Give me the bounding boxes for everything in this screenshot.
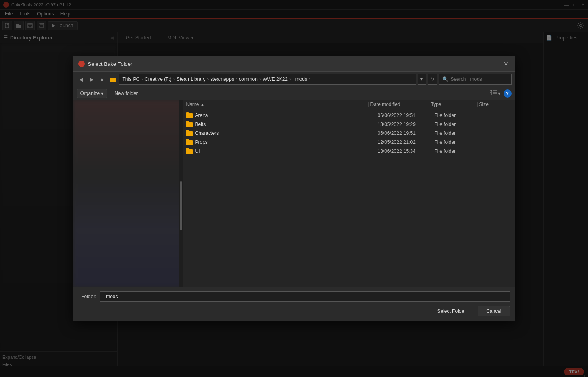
new-folder-button[interactable]: New folder	[110, 89, 142, 98]
column-header-name[interactable]: Name ▲	[186, 102, 367, 107]
folder-icon	[186, 130, 193, 136]
path-steamlibrary[interactable]: SteamLibrary	[177, 76, 205, 82]
file-name: Characters	[195, 130, 378, 136]
path-this-pc[interactable]: This PC	[123, 76, 140, 82]
file-type: File folder	[435, 139, 479, 145]
file-name: Belts	[195, 121, 378, 127]
col-divider-1	[368, 102, 369, 107]
file-type: File folder	[435, 148, 479, 154]
file-type: File folder	[435, 130, 479, 136]
forward-button[interactable]: ▶	[87, 75, 96, 84]
resize-handle[interactable]	[582, 371, 587, 376]
file-date: 12/05/2022 21:02	[378, 139, 435, 145]
dialog-overlay: Select Bake Folder ✕ ◀ ▶ ▲ This PC › Cre…	[0, 0, 588, 377]
up-button[interactable]: ▲	[98, 75, 107, 84]
search-box: 🔍	[439, 74, 512, 84]
sort-icon: ▲	[201, 102, 205, 106]
tree-blurred-content	[73, 100, 183, 287]
svg-rect-11	[493, 92, 497, 93]
folder-icon	[186, 139, 193, 145]
select-folder-button[interactable]: Select Folder	[429, 306, 474, 316]
folder-label: Folder:	[78, 294, 97, 299]
folder-icon	[186, 148, 193, 154]
path-wwe2k22[interactable]: WWE 2K22	[263, 76, 288, 82]
file-date: 06/06/2022 19:51	[378, 113, 435, 118]
svg-rect-10	[493, 90, 497, 91]
file-picker-dialog: Select Bake Folder ✕ ◀ ▶ ▲ This PC › Cre…	[73, 56, 515, 321]
file-name: Arena	[195, 113, 378, 118]
path-mods[interactable]: _mods	[293, 76, 307, 82]
folder-input[interactable]	[100, 291, 510, 302]
back-button[interactable]: ◀	[77, 75, 86, 84]
col-divider-3	[477, 102, 478, 107]
tree-panel	[73, 100, 183, 287]
folder-row: Folder:	[78, 291, 510, 302]
col-divider-2	[429, 102, 429, 107]
view-dropdown-icon: ▾	[498, 91, 500, 96]
dialog-body: Name ▲ Date modified Type Size	[73, 100, 515, 287]
search-icon: 🔍	[442, 76, 448, 82]
column-header-size[interactable]: Size	[479, 102, 512, 107]
svg-rect-13	[493, 95, 497, 95]
view-icon	[490, 90, 497, 97]
search-input[interactable]	[451, 76, 508, 82]
file-date: 06/06/2022 19:51	[378, 130, 435, 136]
address-bar: ◀ ▶ ▲ This PC › Creative (F:) › SteamLib…	[73, 72, 515, 87]
tree-scroll-thumb[interactable]	[180, 181, 182, 230]
table-row[interactable]: Arena 06/06/2022 19:51 File folder	[183, 111, 515, 120]
tree-scrollbar[interactable]	[179, 100, 183, 287]
organize-button[interactable]: Organize ▾	[77, 89, 108, 98]
file-date: 13/06/2022 15:34	[378, 148, 435, 154]
dialog-title-text: Select Bake Folder	[88, 61, 133, 67]
file-list: Name ▲ Date modified Type Size	[183, 100, 515, 287]
dialog-footer: Folder: Select Folder Cancel	[73, 287, 515, 321]
dialog-title-left: Select Bake Folder	[78, 61, 133, 67]
path-creative[interactable]: Creative (F:)	[144, 76, 172, 82]
path-steamapps[interactable]: steamapps	[210, 76, 234, 82]
column-header-type[interactable]: Type	[431, 102, 476, 107]
table-row[interactable]: Characters 06/06/2022 19:51 File folder	[183, 129, 515, 138]
file-list-header: Name ▲ Date modified Type Size	[183, 100, 515, 109]
cancel-button[interactable]: Cancel	[478, 306, 510, 316]
table-row[interactable]: Belts 13/05/2022 19:29 File folder	[183, 120, 515, 129]
dialog-close-button[interactable]: ✕	[502, 60, 510, 68]
svg-rect-8	[490, 90, 492, 92]
path-dropdown-button[interactable]: ▾	[418, 74, 426, 84]
file-name: UI	[195, 148, 378, 154]
organize-dropdown-icon: ▾	[101, 91, 103, 96]
file-name: Props	[195, 139, 378, 145]
file-rows: Arena 06/06/2022 19:51 File folder Belts…	[183, 109, 515, 287]
file-date: 13/05/2022 19:29	[378, 121, 435, 127]
path-bar[interactable]: This PC › Creative (F:) › SteamLibrary ›…	[119, 74, 416, 84]
footer-buttons: Select Folder Cancel	[78, 306, 510, 316]
dialog-toolbar: Organize ▾ New folder ▾ ?	[73, 87, 515, 100]
path-common[interactable]: common	[239, 76, 258, 82]
view-button[interactable]: ▾	[490, 90, 500, 97]
table-row[interactable]: Props 12/05/2022 21:02 File folder	[183, 138, 515, 147]
folder-icon	[186, 121, 193, 128]
help-button[interactable]: ?	[504, 89, 512, 98]
folder-icon	[186, 112, 193, 119]
file-type: File folder	[435, 113, 479, 118]
refresh-button[interactable]: ↻	[428, 74, 437, 84]
file-type: File folder	[435, 121, 479, 127]
dialog-app-icon	[78, 61, 85, 67]
svg-rect-12	[493, 93, 497, 94]
dialog-title-bar: Select Bake Folder ✕	[73, 56, 515, 72]
svg-rect-9	[490, 93, 492, 95]
table-row[interactable]: UI 13/06/2022 15:34 File folder	[183, 147, 515, 156]
column-header-date[interactable]: Date modified	[370, 102, 427, 107]
folder-icon-button[interactable]	[108, 75, 117, 84]
